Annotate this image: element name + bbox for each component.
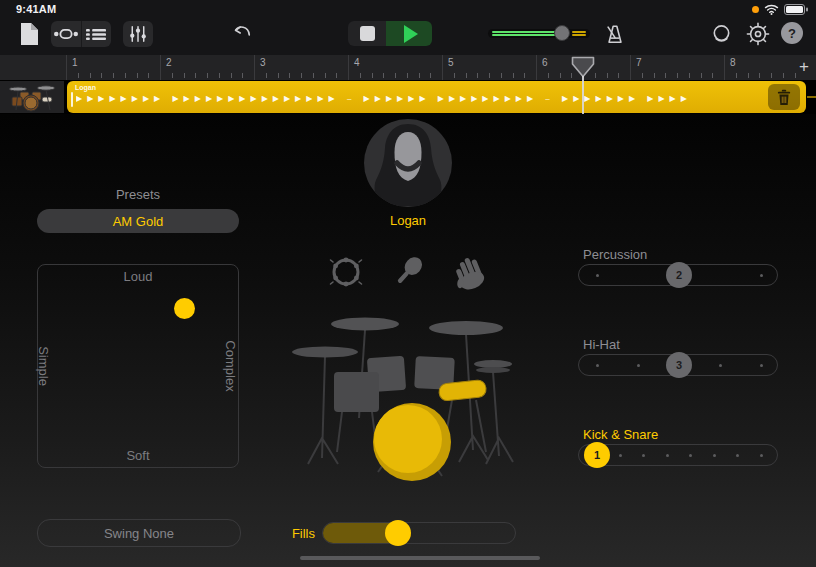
ruler-tick (278, 73, 279, 78)
ride-cymbal[interactable] (429, 321, 503, 335)
ruler-tick (78, 73, 79, 78)
playhead-handle[interactable] (571, 56, 595, 78)
slider-step-dot[interactable] (596, 364, 599, 367)
stop-icon (360, 26, 375, 41)
slider-step-dot[interactable] (713, 454, 716, 457)
list-view-button[interactable] (81, 21, 112, 47)
bar-line (66, 55, 67, 80)
document-button[interactable] (16, 20, 42, 48)
undo-icon (231, 23, 253, 43)
slider-step-dot[interactable] (637, 364, 640, 367)
fills-knob[interactable] (385, 520, 411, 546)
hihat-label: Hi-Hat (583, 337, 620, 352)
slider-step-dot[interactable] (666, 454, 669, 457)
xy-pad-puck[interactable] (174, 298, 195, 319)
slider-step-dot[interactable] (736, 454, 739, 457)
transport-controls (348, 21, 432, 46)
delete-region-button[interactable] (768, 84, 800, 110)
battery-icon (784, 4, 808, 15)
ruler-tick (759, 73, 760, 78)
ruler-tick (618, 73, 619, 78)
help-button[interactable]: ? (781, 22, 803, 44)
bar-number: 8 (730, 57, 736, 68)
ruler-tick (407, 73, 408, 78)
playhead-line (582, 76, 584, 114)
slider-step-dot[interactable] (689, 454, 692, 457)
fills-slider[interactable] (322, 522, 516, 544)
ruler-tick (501, 73, 502, 78)
loud-complex-xy-pad[interactable]: Loud Soft Simple Complex (37, 264, 239, 468)
hand-clap-icon (452, 254, 488, 290)
metronome-button[interactable] (602, 21, 628, 47)
slider-step-dot[interactable] (760, 274, 763, 277)
ruler-tick (137, 73, 138, 78)
ruler-tick (336, 73, 337, 78)
master-volume-slider[interactable] (488, 29, 590, 38)
swing-button[interactable]: Swing None (37, 519, 241, 547)
tambourine-button[interactable] (326, 252, 366, 292)
hi-hat-cymbal[interactable] (474, 360, 512, 368)
ruler-tick (419, 73, 420, 78)
handclap-button[interactable] (450, 252, 490, 292)
tracks-view-button[interactable] (51, 21, 81, 47)
region-start-marker (71, 92, 73, 107)
slider-step-dot[interactable] (760, 454, 763, 457)
drummer-portrait-icon (363, 118, 453, 208)
scroll-indicator[interactable] (300, 556, 540, 560)
percussion-instrument-row (326, 252, 490, 292)
loop-browser-button[interactable] (708, 21, 734, 47)
percussion-slider[interactable]: 2 (578, 264, 778, 286)
preset-button[interactable]: AM Gold (37, 209, 239, 233)
slider-step-dot[interactable] (642, 454, 645, 457)
ruler-tick (172, 73, 173, 78)
view-segmented-control (51, 21, 111, 47)
document-icon (20, 22, 39, 46)
crash-cymbal[interactable] (331, 318, 399, 331)
kick-snare-slider[interactable]: 1 (578, 444, 778, 466)
ruler-tick (313, 73, 314, 78)
settings-gear-icon (746, 22, 770, 46)
bar-number: 1 (72, 57, 78, 68)
drum-kit-graphic[interactable] (280, 300, 536, 482)
ruler-tick (289, 73, 290, 78)
settings-button[interactable] (745, 21, 771, 47)
loop-browser-icon (710, 23, 733, 46)
stop-button[interactable] (348, 21, 386, 46)
drummer-region[interactable]: Logan ▶▶▶▶▶▶▶▶ ▶▶▶▶▶▶▶▶▶▶▶▶▶▶▶ – ▶▶▶▶▶▶ … (67, 81, 806, 113)
slider-step-dot[interactable] (760, 364, 763, 367)
percussion-label: Percussion (583, 247, 647, 262)
status-icons (752, 4, 808, 15)
recording-indicator-icon (752, 6, 759, 13)
play-button[interactable] (386, 21, 432, 46)
list-view-icon (86, 28, 106, 41)
slider-step-dot[interactable] (619, 454, 622, 457)
drummer-avatar[interactable] (363, 118, 453, 208)
drummer-track-header[interactable] (0, 81, 64, 113)
slider-value-knob[interactable]: 3 (666, 352, 692, 378)
bar-number: 5 (448, 57, 454, 68)
ruler-tick (383, 73, 384, 78)
bar-number: 3 (260, 57, 266, 68)
floor-tom[interactable] (334, 372, 379, 412)
ruler-tick (301, 73, 302, 78)
timeline-ruler[interactable]: 12345678 + (0, 55, 816, 80)
slider-step-dot[interactable] (596, 274, 599, 277)
crash-cymbal-left[interactable] (292, 347, 358, 358)
slider-step-dot[interactable] (719, 364, 722, 367)
volume-knob[interactable] (554, 25, 570, 41)
pad-label-complex: Complex (223, 340, 238, 391)
ruler-tick (466, 73, 467, 78)
drumkit-thumbnail-icon (6, 82, 58, 112)
add-track-button[interactable]: + (795, 58, 813, 76)
pad-label-simple: Simple (36, 346, 51, 386)
hihat-slider[interactable]: 3 (578, 354, 778, 376)
pad-label-loud: Loud (38, 269, 238, 284)
slider-value-knob[interactable]: 1 (584, 442, 610, 468)
shaker-button[interactable] (388, 252, 428, 292)
ruler-tick (771, 73, 772, 78)
bar-number: 6 (542, 57, 548, 68)
track-controls-button[interactable] (123, 21, 153, 47)
slider-value-knob[interactable]: 2 (666, 262, 692, 288)
undo-button[interactable] (228, 20, 256, 46)
bar-number: 7 (636, 57, 642, 68)
